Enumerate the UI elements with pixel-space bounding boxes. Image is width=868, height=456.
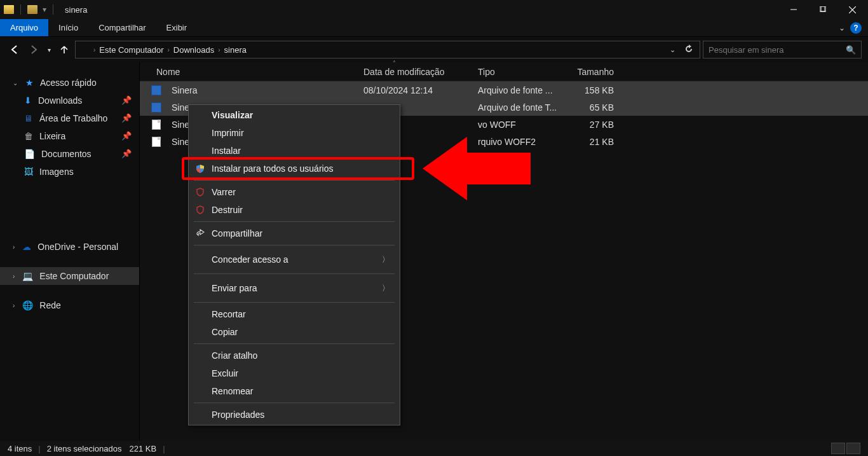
pin-icon: 📌	[121, 149, 132, 158]
breadcrumb-current[interactable]: sinera	[224, 45, 247, 55]
svg-rect-1	[820, 6, 825, 11]
pin-icon: 📌	[121, 113, 132, 123]
close-button[interactable]	[837, 0, 867, 19]
column-header-date[interactable]: Data de modificação	[358, 67, 473, 77]
font-file-icon	[151, 85, 161, 95]
chevron-right-icon: 〉	[382, 254, 390, 265]
context-menu-visualize[interactable]: Visualizar	[189, 106, 400, 124]
tab-share[interactable]: Compartilhar	[88, 19, 156, 36]
chevron-right-icon[interactable]: ›	[93, 46, 95, 53]
ribbon-collapse-icon[interactable]: ⌄	[839, 24, 845, 32]
tab-view[interactable]: Exibir	[156, 19, 198, 36]
desktop-icon: 🖥	[24, 113, 33, 123]
folder-icon	[4, 5, 14, 14]
chevron-right-icon[interactable]: ›	[218, 46, 220, 53]
column-header-type[interactable]: Tipo	[473, 67, 568, 77]
window-title: sinera	[65, 5, 87, 15]
context-menu-rename[interactable]: Renomear	[189, 382, 400, 400]
tab-home[interactable]: Início	[48, 19, 88, 36]
breadcrumb-downloads[interactable]: Downloads	[173, 45, 214, 55]
column-headers: ˄ Nome Data de modificação Tipo Tamanho	[140, 62, 868, 81]
context-menu-share[interactable]: Compartilhar	[189, 225, 400, 242]
context-menu-scan[interactable]: Varrer	[189, 183, 400, 201]
sidebar-item-network[interactable]: ›🌐Rede	[0, 296, 139, 314]
context-menu-create-shortcut[interactable]: Criar atalho	[189, 347, 400, 364]
image-icon: 🖼	[24, 167, 33, 177]
search-input[interactable]: Pesquisar em sinera 🔍	[703, 41, 862, 59]
status-bar: 4 itens | 2 itens selecionados 221 KB |	[0, 441, 868, 456]
file-row[interactable]: Sinera 08/10/2024 12:14 Arquivo de fonte…	[140, 81, 868, 99]
context-menu-copy[interactable]: Copiar	[189, 323, 400, 341]
shield-icon	[195, 163, 205, 174]
context-menu-destroy[interactable]: Destruir	[189, 201, 400, 219]
folder-icon	[27, 5, 37, 14]
woff-file-icon	[151, 137, 161, 147]
chevron-right-icon[interactable]: ›	[168, 46, 170, 53]
context-menu-cut[interactable]: Recortar	[189, 305, 400, 323]
sidebar-item-downloads[interactable]: ⬇Downloads📌	[0, 92, 139, 109]
folder-icon	[79, 46, 90, 54]
address-dropdown-icon[interactable]: ⌄	[667, 46, 678, 54]
pin-icon: 📌	[121, 95, 132, 105]
breadcrumb-root[interactable]: Este Computador	[99, 45, 163, 55]
nav-forward-button[interactable]	[25, 41, 42, 58]
sidebar-item-documents[interactable]: 📄Documentos📌	[0, 145, 139, 163]
shield-outline-icon	[195, 205, 205, 215]
column-header-name[interactable]: Nome	[151, 67, 358, 77]
search-icon: 🔍	[846, 45, 856, 55]
address-bar[interactable]: › Este Computador › Downloads › sinera ⌄	[75, 41, 700, 59]
sort-indicator-icon: ˄	[393, 60, 396, 67]
context-menu-install[interactable]: Instalar	[189, 142, 400, 160]
tab-file[interactable]: Arquivo	[0, 19, 48, 36]
svg-rect-2	[821, 6, 826, 11]
context-menu-print[interactable]: Imprimir	[189, 124, 400, 142]
pc-icon: 💻	[22, 271, 33, 281]
star-icon: ★	[25, 78, 34, 88]
share-icon	[195, 228, 205, 238]
column-header-size[interactable]: Tamanho	[568, 67, 619, 77]
document-icon: 📄	[24, 149, 35, 159]
navbar: ▾ › Este Computador › Downloads › sinera…	[0, 37, 868, 62]
woff-file-icon	[151, 120, 161, 130]
sidebar-item-trash[interactable]: 🗑Lixeira📌	[0, 127, 139, 145]
nav-back-button[interactable]	[6, 41, 23, 58]
context-menu-delete[interactable]: Excluir	[189, 364, 400, 382]
chevron-right-icon: 〉	[382, 283, 390, 294]
view-details-button[interactable]	[831, 443, 845, 454]
maximize-button[interactable]	[808, 0, 837, 19]
shield-outline-icon	[195, 187, 205, 197]
status-item-count: 4 itens	[8, 444, 32, 453]
help-icon[interactable]: ?	[850, 22, 862, 34]
sidebar-item-images[interactable]: 🖼Imagens	[0, 163, 139, 181]
status-selected-count: 2 itens selecionados	[47, 444, 122, 453]
context-menu-install-all-users[interactable]: Instalar para todos os usuários	[189, 160, 400, 177]
status-selected-size: 221 KB	[130, 444, 157, 453]
context-menu-grant-access[interactable]: Conceder acesso a〉	[189, 248, 400, 271]
view-icons-button[interactable]	[846, 443, 860, 454]
sidebar-item-quick-access[interactable]: ⌄★Acesso rápido	[0, 74, 139, 92]
cloud-icon: ☁	[22, 242, 31, 252]
sidebar-item-this-pc[interactable]: ›💻Este Computador	[0, 267, 139, 285]
sidebar-item-onedrive[interactable]: ›☁OneDrive - Personal	[0, 238, 139, 256]
nav-up-button[interactable]	[56, 41, 72, 58]
pin-icon: 📌	[121, 131, 132, 141]
search-placeholder: Pesquisar em sinera	[709, 45, 784, 55]
context-menu: Visualizar Imprimir Instalar Instalar pa…	[188, 104, 400, 425]
trash-icon: 🗑	[24, 131, 33, 141]
qat-dropdown-icon[interactable]: ▾	[43, 5, 46, 14]
ribbon: Arquivo Início Compartilhar Exibir ⌄ ?	[0, 19, 868, 37]
refresh-icon[interactable]	[682, 45, 696, 55]
network-icon: 🌐	[22, 300, 33, 310]
sidebar: ⌄★Acesso rápido ⬇Downloads📌 🖥Área de Tra…	[0, 62, 140, 441]
context-menu-properties[interactable]: Propriedades	[189, 406, 400, 424]
sidebar-item-desktop[interactable]: 🖥Área de Trabalho📌	[0, 109, 139, 127]
download-icon: ⬇	[24, 95, 32, 106]
context-menu-send-to[interactable]: Enviar para〉	[189, 277, 400, 300]
nav-history-dropdown[interactable]: ▾	[44, 41, 53, 58]
minimize-button[interactable]	[779, 0, 808, 19]
titlebar: ▾ sinera	[0, 0, 868, 19]
font-file-icon	[151, 102, 161, 113]
